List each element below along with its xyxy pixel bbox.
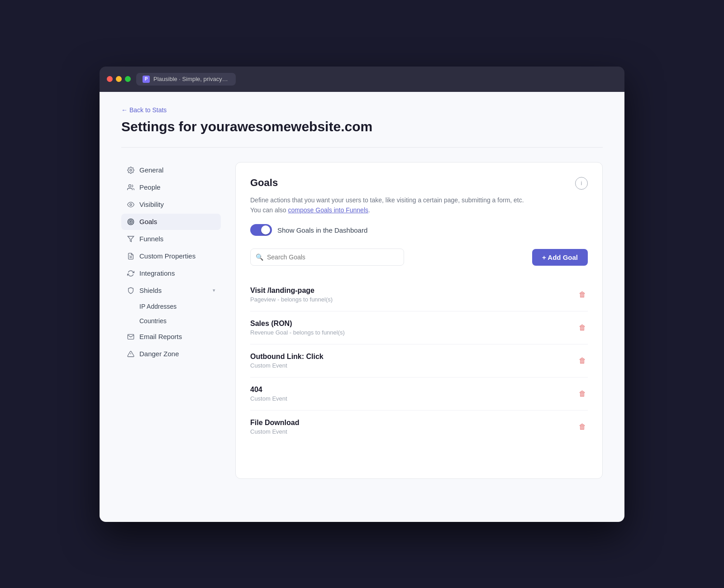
close-button[interactable]: [107, 76, 113, 82]
sidebar-item-ip-addresses[interactable]: IP Addresses: [121, 300, 221, 313]
goal-sub-3: Custom Event: [250, 395, 287, 402]
sidebar-item-visibility[interactable]: Visibility: [121, 196, 221, 213]
sidebar-item-shields[interactable]: Shields ▾: [121, 282, 221, 299]
sidebar-item-visibility-label: Visibility: [139, 201, 164, 208]
goal-info-1: Sales (RON) Revenue Goal - belongs to fu…: [250, 320, 345, 336]
goal-item-3: 404 Custom Event 🗑: [250, 378, 588, 411]
sidebar-item-goals[interactable]: Goals: [121, 214, 221, 230]
traffic-lights: [107, 76, 131, 82]
sidebar-item-danger-zone[interactable]: Danger Zone: [121, 346, 221, 362]
sidebar-item-email-reports[interactable]: Email Reports: [121, 329, 221, 345]
people-icon: [127, 183, 135, 191]
sidebar-item-custom-properties[interactable]: Custom Properties: [121, 248, 221, 264]
sidebar: General People: [121, 162, 221, 479]
search-add-row: 🔍 + Add Goal: [250, 249, 588, 266]
sidebar-item-ip-addresses-label: IP Addresses: [139, 303, 176, 310]
toggle-row: Show Goals in the Dashboard: [250, 224, 588, 236]
gear-icon: [127, 166, 135, 174]
file-icon: [127, 252, 135, 260]
goals-description: Define actions that you want your users …: [250, 195, 588, 215]
tab-favicon: P: [143, 76, 150, 83]
goal-name-2: Outbound Link: Click: [250, 353, 324, 361]
sidebar-item-funnels-label: Funnels: [139, 235, 163, 243]
description-text-1: Define actions that you want your users …: [250, 196, 524, 204]
goals-list: Visit /landing-page Pageview - belongs t…: [250, 278, 588, 443]
goal-item-0: Visit /landing-page Pageview - belongs t…: [250, 278, 588, 311]
goals-section: Goals i Define actions that you want you…: [235, 162, 603, 479]
back-to-stats-link[interactable]: ← Back to Stats: [121, 106, 603, 114]
goals-title: Goals: [250, 177, 278, 189]
svg-point-5: [130, 221, 132, 222]
goal-item-2: Outbound Link: Click Custom Event 🗑: [250, 344, 588, 378]
sidebar-nav: General People: [121, 162, 221, 362]
tab-title: Plausible · Simple, privacy-frien...: [153, 76, 229, 82]
goal-sub-4: Custom Event: [250, 428, 299, 435]
target-icon: [127, 218, 135, 226]
goal-item-4: File Download Custom Event 🗑: [250, 411, 588, 443]
goal-sub-2: Custom Event: [250, 362, 324, 369]
sidebar-item-custom-properties-label: Custom Properties: [139, 252, 195, 260]
delete-goal-1-button[interactable]: 🗑: [577, 322, 588, 334]
sidebar-item-integrations[interactable]: Integrations: [121, 265, 221, 282]
add-goal-button[interactable]: + Add Goal: [532, 249, 588, 266]
warning-icon: [127, 350, 135, 358]
email-icon: [127, 333, 135, 341]
sidebar-item-people-label: People: [139, 183, 161, 191]
goal-sub-0: Pageview - belongs to funnel(s): [250, 296, 333, 303]
shield-icon: [127, 287, 135, 295]
info-icon[interactable]: i: [575, 177, 588, 190]
svg-point-4: [129, 220, 133, 224]
browser-window: P Plausible · Simple, privacy-frien... ←…: [100, 67, 624, 522]
svg-marker-6: [128, 236, 133, 242]
funnel-icon: [127, 235, 135, 243]
sidebar-item-email-reports-label: Email Reports: [139, 333, 182, 340]
goal-info-3: 404 Custom Event: [250, 386, 287, 402]
toggle-label: Show Goals in the Dashboard: [277, 226, 367, 234]
page-content: ← Back to Stats Settings for yourawesome…: [100, 92, 624, 522]
goal-name-1: Sales (RON): [250, 320, 345, 328]
sidebar-item-countries-label: Countries: [139, 317, 167, 325]
section-header: Goals i: [250, 177, 588, 190]
sidebar-item-funnels[interactable]: Funnels: [121, 231, 221, 247]
search-input-wrapper: 🔍: [250, 249, 404, 266]
sidebar-item-goals-label: Goals: [139, 218, 157, 225]
compose-goals-link[interactable]: compose Goals into Funnels: [288, 206, 368, 214]
layout: General People: [121, 162, 603, 479]
delete-goal-2-button[interactable]: 🗑: [577, 355, 588, 367]
goal-name-4: File Download: [250, 419, 299, 427]
goal-name-0: Visit /landing-page: [250, 287, 333, 295]
goal-item-1: Sales (RON) Revenue Goal - belongs to fu…: [250, 311, 588, 344]
search-goals-input[interactable]: [250, 249, 404, 266]
sidebar-item-danger-zone-label: Danger Zone: [139, 350, 179, 358]
goal-info-0: Visit /landing-page Pageview - belongs t…: [250, 287, 333, 303]
delete-goal-0-button[interactable]: 🗑: [577, 289, 588, 301]
goal-info-2: Outbound Link: Click Custom Event: [250, 353, 324, 369]
sidebar-item-general-label: General: [139, 166, 163, 174]
goal-sub-1: Revenue Goal - belongs to funnel(s): [250, 329, 345, 336]
description-text-end: .: [368, 206, 370, 214]
delete-goal-3-button[interactable]: 🗑: [577, 388, 588, 400]
svg-point-0: [130, 169, 132, 171]
maximize-button[interactable]: [125, 76, 131, 82]
browser-tab[interactable]: P Plausible · Simple, privacy-frien...: [136, 73, 236, 86]
sidebar-item-people[interactable]: People: [121, 179, 221, 196]
browser-titlebar: P Plausible · Simple, privacy-frien...: [100, 67, 624, 92]
page-divider: [121, 147, 603, 148]
sidebar-item-general[interactable]: General: [121, 162, 221, 178]
svg-point-2: [130, 204, 132, 206]
minimize-button[interactable]: [116, 76, 122, 82]
sidebar-item-countries[interactable]: Countries: [121, 314, 221, 328]
description-text-2: You can also: [250, 206, 288, 214]
search-icon: 🔍: [256, 253, 263, 261]
sidebar-item-shields-label: Shields: [139, 287, 162, 294]
show-goals-toggle[interactable]: [250, 224, 272, 236]
goal-name-3: 404: [250, 386, 287, 394]
toggle-knob: [261, 225, 270, 234]
goal-info-4: File Download Custom Event: [250, 419, 299, 435]
sidebar-item-integrations-label: Integrations: [139, 269, 175, 277]
svg-point-1: [129, 185, 131, 187]
integrations-icon: [127, 269, 135, 277]
chevron-down-icon: ▾: [213, 287, 215, 293]
delete-goal-4-button[interactable]: 🗑: [577, 421, 588, 433]
eye-icon: [127, 201, 135, 209]
